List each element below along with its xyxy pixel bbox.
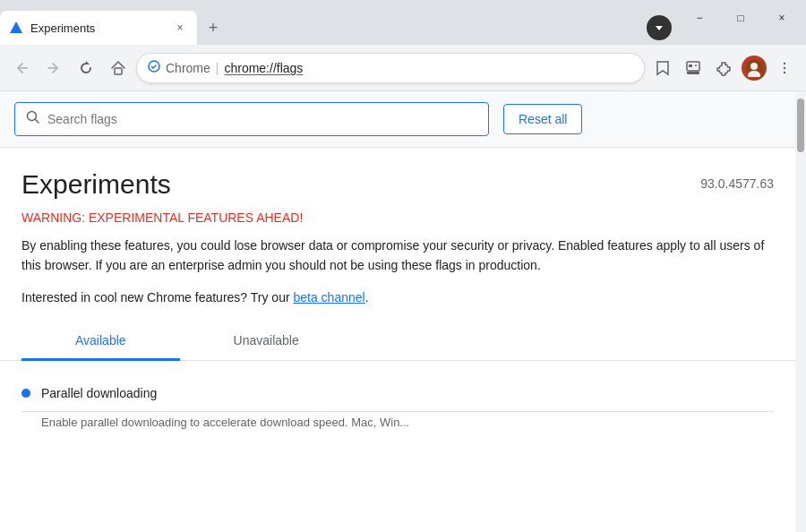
downloads-button[interactable] — [679, 54, 707, 82]
tab-unavailable[interactable]: Unavailable — [180, 322, 353, 361]
version-number: 93.0.4577.63 — [700, 176, 774, 191]
svg-rect-8 — [687, 72, 699, 74]
bookmark-button[interactable] — [648, 54, 677, 82]
search-bar[interactable] — [14, 102, 489, 136]
description-text: By enabling these features, you could lo… — [21, 236, 774, 276]
tab-strip: Experiments × + — [0, 0, 647, 45]
warning-text: WARNING: EXPERIMENTAL FEATURES AHEAD! — [21, 210, 774, 225]
address-host: Chrome — [166, 61, 210, 75]
experiments-header: Experiments 93.0.4577.63 — [21, 169, 774, 200]
new-tab-button[interactable]: + — [201, 15, 226, 40]
table-row: Parallel downloading — [21, 375, 774, 412]
address-path: chrome://flags — [224, 61, 303, 75]
flag-status-dot — [21, 389, 30, 398]
toolbar-right-icons — [648, 54, 799, 82]
tab-title: Experiments — [30, 21, 165, 35]
title-bar: Experiments × + − □ × — [0, 0, 806, 45]
flag-left: Parallel downloading — [21, 386, 157, 400]
search-icon — [26, 110, 40, 128]
menu-button[interactable] — [770, 54, 799, 82]
flags-list: Parallel downloading Enable parallel dow… — [21, 361, 774, 443]
svg-line-16 — [36, 120, 39, 124]
avatar — [742, 56, 767, 81]
flag-name: Parallel downloading — [41, 386, 157, 400]
toolbar: Chrome | chrome://flags — [0, 45, 806, 91]
svg-rect-6 — [689, 64, 692, 67]
profile-dropdown-icon[interactable] — [647, 15, 672, 40]
svg-point-7 — [695, 64, 697, 66]
reload-button[interactable] — [72, 54, 100, 82]
interest-text: Interested in cool new Chrome features? … — [21, 290, 774, 305]
back-button[interactable] — [7, 54, 36, 82]
experiments-content: Experiments 93.0.4577.63 WARNING: EXPERI… — [0, 148, 795, 443]
interest-text-after: . — [365, 290, 369, 305]
svg-marker-1 — [656, 26, 663, 30]
window-controls: − □ × — [679, 0, 806, 32]
svg-point-13 — [784, 66, 785, 68]
page-title: Experiments — [21, 169, 171, 200]
tab-favicon-icon — [9, 21, 23, 35]
interest-text-before: Interested in cool new Chrome features? … — [21, 290, 293, 305]
tab-close-button[interactable]: × — [172, 20, 188, 36]
maximize-button[interactable]: □ — [720, 4, 761, 32]
profile-button[interactable] — [740, 54, 768, 82]
minimize-button[interactable]: − — [679, 4, 720, 32]
home-button[interactable] — [104, 54, 133, 82]
scrollbar[interactable] — [795, 91, 806, 532]
address-bar[interactable]: Chrome | chrome://flags — [136, 53, 645, 83]
content-wrapper: Reset all Experiments 93.0.4577.63 WARNI… — [0, 91, 806, 532]
main-content: Reset all Experiments 93.0.4577.63 WARNI… — [0, 91, 795, 532]
svg-point-10 — [750, 63, 758, 70]
tabs-container: Available Unavailable — [0, 322, 795, 361]
forward-button[interactable] — [39, 54, 68, 82]
flag-description: Enable parallel downloading to accelerat… — [21, 412, 774, 429]
active-tab[interactable]: Experiments × — [0, 11, 197, 45]
svg-point-12 — [784, 62, 785, 64]
svg-marker-2 — [86, 61, 90, 64]
extensions-button[interactable] — [709, 54, 738, 82]
scrollbar-thumb[interactable] — [797, 99, 804, 152]
security-icon — [148, 60, 160, 75]
tab-available[interactable]: Available — [21, 322, 180, 361]
svg-point-14 — [784, 71, 785, 73]
svg-marker-0 — [10, 21, 22, 33]
svg-rect-3 — [115, 68, 122, 74]
search-bar-area: Reset all — [0, 91, 795, 148]
search-input[interactable] — [47, 112, 477, 126]
beta-channel-link[interactable]: beta channel — [293, 290, 364, 305]
reset-all-button[interactable]: Reset all — [503, 104, 582, 134]
address-separator: | — [216, 61, 219, 75]
close-button[interactable]: × — [761, 4, 802, 32]
